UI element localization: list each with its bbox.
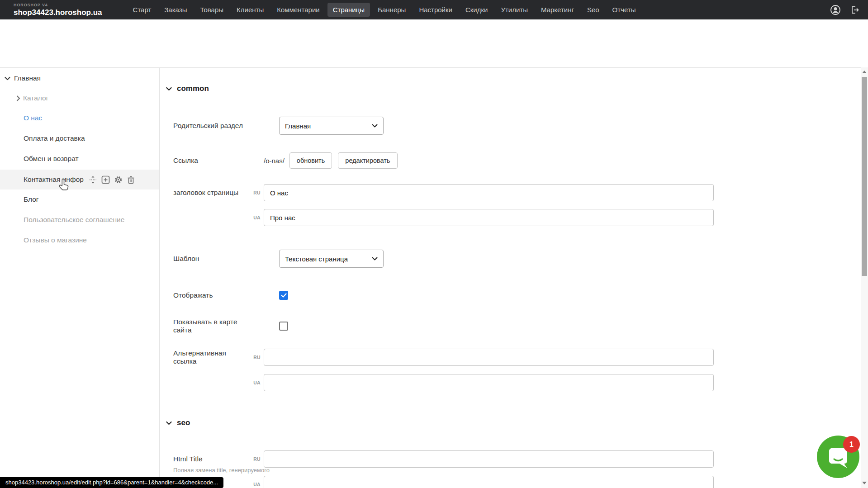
sidebar-item-katalog[interactable]: Каталог (0, 88, 159, 108)
alt-link-ru-input[interactable] (264, 349, 714, 366)
field-row-alt-link-ua: UA (173, 374, 714, 391)
nav-item-clients[interactable]: Клиенты (231, 3, 269, 17)
nav-item-banners[interactable]: Баннеры (372, 3, 411, 17)
trash-icon[interactable] (127, 175, 135, 184)
sidebar-item-oplata-i-dostavka[interactable]: Оплата и доставка (0, 128, 159, 148)
gear-icon[interactable] (114, 175, 123, 184)
move-icon[interactable] (89, 175, 97, 184)
top-nav: HOROSHOP V4 shop34423.horoshop.ua Старт … (0, 0, 868, 19)
field-row-page-title-ua: UA (173, 209, 714, 226)
select-value: Главная (285, 122, 311, 130)
chat-unread-badge: 1 (843, 436, 860, 453)
sidebar-item-label: Отзывы о магазине (24, 236, 87, 244)
display-checkbox[interactable] (279, 291, 288, 300)
chevron-down-icon (166, 87, 172, 91)
nav-item-pages[interactable]: Страницы (327, 3, 370, 17)
sidebar-item-kontaktnaya-informatsiya[interactable]: Контактная инфор (0, 170, 159, 190)
sidebar-item-glavnaya[interactable]: Главная (0, 68, 159, 88)
account-icon[interactable] (830, 5, 841, 15)
field-label: Ссылка (173, 156, 247, 165)
page-title-ua-input[interactable] (264, 209, 714, 226)
field-label: Шаблон (173, 255, 247, 263)
vertical-scrollbar[interactable] (861, 67, 868, 488)
sidebar-item-label: Обмен и возврат (24, 155, 79, 163)
nav-item-reports[interactable]: Отчеты (607, 3, 641, 17)
nav-item-settings[interactable]: Настройки (413, 3, 458, 17)
lang-badge-ua: UA (247, 380, 261, 385)
add-icon[interactable] (101, 175, 110, 184)
field-row-page-title-ru: заголовок страницы RU (173, 184, 714, 201)
section-header-seo[interactable]: seo (166, 418, 190, 427)
field-row-alt-link-ru: Альтернативная ссылка RU (173, 349, 714, 366)
field-label: Отображать (173, 291, 247, 299)
html-title-ua-input[interactable] (264, 476, 714, 488)
nav-item-products[interactable]: Товары (194, 3, 229, 17)
page-header (0, 19, 868, 68)
field-label: Родительский раздел (173, 122, 247, 130)
nav-item-discounts[interactable]: Скидки (460, 3, 493, 17)
sidebar-item-otzyvy-o-magazine[interactable]: Отзывы о магазине (0, 230, 159, 250)
lang-badge-ua: UA (247, 215, 261, 220)
sidebar-item-blog[interactable]: Блог (0, 190, 159, 209)
html-title-hint: Полная замена title, генерируемого (173, 467, 270, 474)
field-label: Альтернативная ссылка (173, 349, 247, 365)
pages-tree-sidebar: Главная Каталог О нас Оплата и доставка … (0, 68, 160, 488)
nav-item-utilities[interactable]: Утилиты (495, 3, 533, 17)
sidebar-item-label: О нас (24, 114, 42, 122)
logo[interactable]: HOROSHOP V4 shop34423.horoshop.ua (14, 3, 102, 16)
field-label: заголовок страницы (173, 189, 247, 197)
field-row-sitemap: Показывать в карте сайта (173, 321, 288, 331)
sidebar-item-label: Каталог (23, 94, 48, 102)
sidebar-item-polzovatelskoe-soglashenie[interactable]: Пользовательское соглашение (0, 210, 159, 230)
check-icon (281, 293, 287, 298)
section-header-common[interactable]: common (166, 84, 209, 93)
field-label: Показывать в карте сайта (173, 318, 247, 334)
logout-icon[interactable] (849, 5, 860, 15)
sidebar-item-label: Контактная инфор (24, 175, 84, 184)
sidebar-item-label: Пользовательское соглашение (24, 216, 124, 224)
nav-item-orders[interactable]: Заказы (159, 3, 192, 17)
lang-badge-ru: RU (247, 190, 261, 195)
chevron-down-icon (372, 257, 378, 261)
sidebar-item-label: Главная (14, 74, 41, 82)
tree-item-tools (89, 175, 135, 184)
nav-item-comments[interactable]: Комментарии (271, 3, 325, 17)
field-row-link: Ссылка /o-nas/ обновить редактировать (173, 152, 398, 169)
sidebar-item-obmen-i-vozvrat[interactable]: Обмен и возврат (0, 149, 159, 169)
parent-section-select[interactable]: Главная (279, 117, 384, 135)
field-row-display: Отображать (173, 290, 288, 300)
section-title: seo (177, 418, 190, 427)
field-label: Html Title (173, 455, 247, 463)
html-title-ru-input[interactable] (264, 450, 714, 468)
scroll-up-arrow-icon[interactable] (862, 71, 867, 73)
field-row-html-title-ua: UA (173, 476, 714, 488)
sidebar-item-label: Блог (24, 195, 39, 204)
section-title: common (177, 84, 209, 93)
field-row-template: Шаблон Текстовая страница (173, 250, 384, 268)
sidebar-item-label: Оплата и доставка (24, 134, 85, 142)
nav-item-start[interactable]: Старт (128, 3, 157, 17)
page-title-ru-input[interactable] (264, 184, 714, 201)
chevron-down-icon (5, 76, 10, 81)
lang-badge-ru: RU (247, 456, 261, 462)
chevron-down-icon (166, 421, 172, 425)
lang-badge-ru: RU (247, 355, 261, 360)
link-path-value: /o-nas/ (264, 157, 285, 165)
nav-item-seo[interactable]: Seo (582, 3, 605, 17)
chevron-down-icon (372, 124, 378, 128)
sidebar-item-o-nas[interactable]: О нас (0, 108, 159, 128)
alt-link-ua-input[interactable] (264, 374, 714, 391)
field-row-html-title-ru: Html Title RU (173, 450, 714, 468)
scroll-down-arrow-icon[interactable] (862, 482, 867, 484)
nav-menu: Старт Заказы Товары Клиенты Комментарии … (128, 3, 641, 17)
nav-item-marketing[interactable]: Маркетинг (536, 3, 579, 17)
logo-version: HOROSHOP V4 (14, 3, 102, 7)
logo-domain: shop34423.horoshop.ua (14, 9, 102, 16)
scrollbar-thumb[interactable] (862, 77, 867, 276)
field-row-parent-section: Родительский раздел Главная (173, 117, 384, 135)
link-edit-button[interactable]: редактировать (338, 152, 397, 169)
link-update-button[interactable]: обновить (289, 152, 332, 169)
template-select[interactable]: Текстовая страница (279, 250, 384, 268)
chevron-right-icon (16, 95, 20, 101)
sitemap-checkbox[interactable] (279, 322, 288, 331)
